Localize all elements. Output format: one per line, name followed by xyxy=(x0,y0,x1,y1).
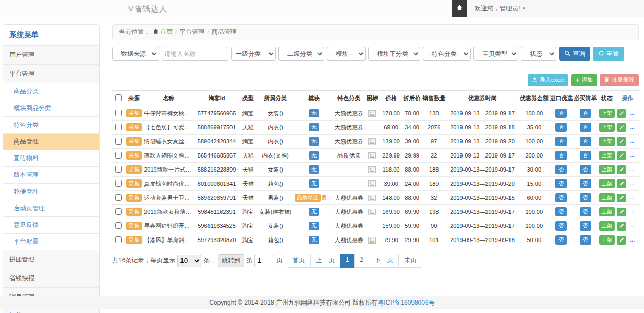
delete-button[interactable] xyxy=(629,165,639,174)
status-button[interactable]: 上架 xyxy=(599,137,615,146)
row-checkbox[interactable] xyxy=(115,110,122,116)
filter-select[interactable]: --二级分类-- xyxy=(278,47,324,61)
filter-select[interactable]: 一级分类 xyxy=(231,47,276,61)
must-buy-toggle[interactable]: 否 xyxy=(580,151,591,160)
row-checkbox[interactable] xyxy=(115,236,122,243)
edit-button[interactable] xyxy=(617,222,626,231)
row-checkbox[interactable] xyxy=(115,222,122,229)
filter-select[interactable]: --模块-- xyxy=(327,47,366,61)
sidebar-item[interactable]: 宣传物料 xyxy=(3,150,99,166)
icp-link[interactable]: 粤ICP备16098006号 xyxy=(378,298,434,307)
sidebar-item[interactable]: 版本管理 xyxy=(3,166,99,183)
must-buy-toggle[interactable]: 否 xyxy=(580,207,591,216)
row-checkbox[interactable] xyxy=(115,138,122,145)
sidebar-item[interactable]: 拼团管理 xyxy=(3,250,99,269)
filter-select[interactable]: --模块下分类-- xyxy=(368,47,420,61)
import-select-toggle[interactable]: 否 xyxy=(555,165,567,174)
per-page-select[interactable]: 10 xyxy=(177,255,201,267)
sidebar-item[interactable]: 平台配置 xyxy=(3,233,99,250)
delete-button[interactable] xyxy=(629,151,639,160)
delete-button[interactable] xyxy=(629,236,639,245)
user-menu[interactable]: 欢迎您，管理员! ▾ xyxy=(467,0,644,17)
sidebar-item[interactable]: 省钱快报 xyxy=(3,269,99,287)
must-buy-toggle[interactable]: 否 xyxy=(580,179,591,188)
sidebar-item[interactable]: 轮播管理 xyxy=(3,183,99,200)
page-button[interactable]: 1 xyxy=(340,254,355,268)
reset-button[interactable]: 重置 xyxy=(593,47,624,61)
breadcrumb-home-link[interactable]: 首页 xyxy=(153,28,173,37)
must-buy-toggle[interactable]: 否 xyxy=(580,109,591,118)
status-button[interactable]: 上架 xyxy=(599,109,615,118)
must-buy-toggle[interactable]: 否 xyxy=(580,123,591,132)
must-buy-toggle[interactable]: 否 xyxy=(580,137,591,146)
edit-button[interactable] xyxy=(617,151,626,160)
must-buy-toggle[interactable]: 否 xyxy=(580,235,591,245)
row-checkbox[interactable] xyxy=(115,166,122,173)
row-checkbox[interactable] xyxy=(115,180,122,187)
page-button[interactable]: 上一页 xyxy=(310,254,341,268)
edit-button[interactable] xyxy=(617,109,626,118)
import-select-toggle[interactable]: 否 xyxy=(555,179,567,188)
must-buy-toggle[interactable]: 否 xyxy=(580,165,591,174)
delete-button[interactable] xyxy=(629,109,639,118)
import-select-toggle[interactable]: 否 xyxy=(555,221,567,231)
row-checkbox[interactable] xyxy=(115,194,122,201)
row-checkbox[interactable] xyxy=(115,208,122,215)
page-button[interactable]: 2 xyxy=(354,254,369,268)
import-select-toggle[interactable]: 否 xyxy=(555,193,567,202)
home-button[interactable] xyxy=(452,0,467,17)
edit-button[interactable] xyxy=(617,208,626,216)
status-button[interactable]: 上架 xyxy=(599,179,615,188)
import-select-toggle[interactable]: 否 xyxy=(555,151,567,160)
row-checkbox[interactable] xyxy=(115,152,122,159)
delete-button[interactable] xyxy=(629,222,639,231)
edit-button[interactable] xyxy=(617,236,626,245)
status-button[interactable]: 上架 xyxy=(599,165,615,174)
status-button[interactable]: 上架 xyxy=(599,221,615,231)
batch-delete-button[interactable]: 批量删除 xyxy=(600,74,639,86)
sidebar-item[interactable]: 平台管理 xyxy=(3,64,99,83)
filter-select[interactable]: --宝贝类型-- xyxy=(473,47,518,61)
page-button[interactable]: 末页 xyxy=(398,254,422,268)
edit-button[interactable] xyxy=(617,165,626,174)
delete-button[interactable] xyxy=(629,179,639,188)
sidebar-item[interactable]: 意见反馈 xyxy=(3,216,99,233)
filter-select[interactable]: --特色分类-- xyxy=(423,47,471,61)
sidebar-item[interactable]: 启动页管理 xyxy=(3,200,99,216)
edit-button[interactable] xyxy=(617,194,626,202)
filter-select[interactable]: --数据来源-- xyxy=(112,47,159,61)
page-button[interactable]: 下一页 xyxy=(369,254,399,268)
sidebar-item[interactable]: 特色分类 xyxy=(3,116,99,133)
query-button[interactable]: 查询 xyxy=(559,47,590,61)
status-button[interactable]: 上架 xyxy=(599,151,615,160)
status-button[interactable]: 上架 xyxy=(599,207,615,216)
import-select-toggle[interactable]: 否 xyxy=(555,137,567,146)
delete-button[interactable] xyxy=(629,123,639,132)
jump-button[interactable]: 跳转到 xyxy=(218,254,244,267)
edit-button[interactable] xyxy=(617,123,626,132)
delete-button[interactable] xyxy=(629,137,639,146)
add-button[interactable]: + 添加 xyxy=(571,74,597,86)
row-checkbox[interactable] xyxy=(115,124,122,130)
delete-button[interactable] xyxy=(629,194,639,202)
sidebar-item[interactable]: 商品分类 xyxy=(3,83,99,100)
page-button[interactable]: 首页 xyxy=(287,254,311,268)
sidebar-item[interactable]: 用户管理 xyxy=(3,45,99,64)
filter-select[interactable]: --状态-- xyxy=(521,47,556,61)
import-select-toggle[interactable]: 否 xyxy=(555,207,567,216)
jump-page-input[interactable] xyxy=(254,255,274,267)
must-buy-toggle[interactable]: 否 xyxy=(580,193,591,202)
sidebar-item[interactable]: 商品管理 xyxy=(3,133,99,150)
sidebar-item[interactable]: 模块商品分类 xyxy=(3,100,99,116)
import-select-toggle[interactable]: 否 xyxy=(555,235,567,245)
status-button[interactable]: 上架 xyxy=(599,123,615,132)
import-excel-button[interactable]: 导入excel xyxy=(528,74,569,86)
edit-button[interactable] xyxy=(617,137,626,146)
status-button[interactable]: 上架 xyxy=(599,235,615,245)
select-all-checkbox[interactable] xyxy=(115,94,122,101)
import-select-toggle[interactable]: 否 xyxy=(555,123,567,132)
edit-button[interactable] xyxy=(617,179,626,188)
import-select-toggle[interactable]: 否 xyxy=(555,109,567,118)
delete-button[interactable] xyxy=(629,208,639,216)
name-search-input[interactable] xyxy=(162,47,228,61)
